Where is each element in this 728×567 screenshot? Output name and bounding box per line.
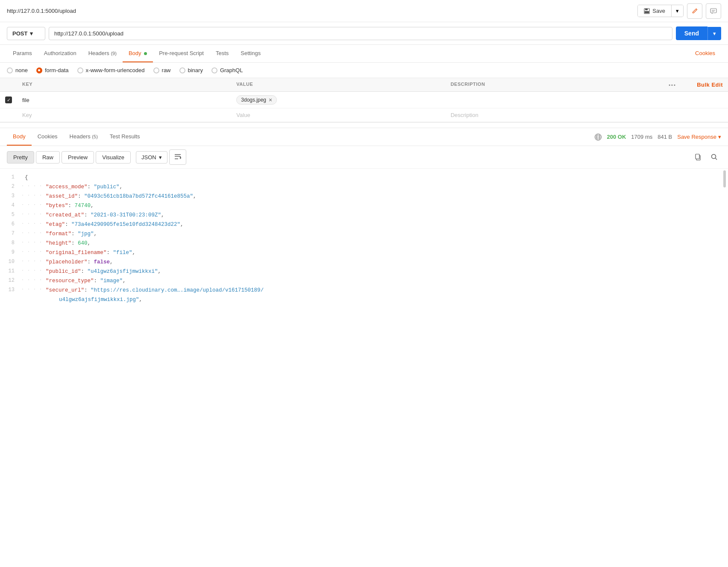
svg-point-16 [712, 155, 716, 159]
empty-table-row: Key Value Description [0, 108, 728, 122]
svg-rect-1 [645, 9, 648, 10]
save-button[interactable]: Save [638, 5, 671, 17]
code-line-9: 9 · · · · "original_filename": "file", [0, 248, 728, 257]
row-checkbox[interactable] [5, 96, 12, 103]
tab-body[interactable]: Body [123, 45, 153, 62]
save-icon [644, 8, 650, 14]
tab-prerequest[interactable]: Pre-request Script [153, 45, 210, 62]
radio-graphql-indicator [211, 67, 217, 73]
send-button-group[interactable]: Send ▾ [676, 26, 721, 40]
response-tab-test-results[interactable]: Test Results [104, 128, 146, 146]
th-more: ••• [660, 78, 685, 91]
search-button[interactable] [707, 150, 721, 164]
view-visualize-button[interactable]: Visualize [96, 151, 131, 164]
globe-icon [594, 133, 602, 141]
row-description [446, 96, 660, 103]
save-response-button[interactable]: Save Response ▾ [677, 134, 721, 140]
th-checkbox [0, 78, 17, 91]
tab-cookies[interactable]: Cookies [689, 45, 721, 62]
row-more [660, 96, 685, 103]
response-size: 841 B [658, 134, 672, 140]
response-tab-cookies[interactable]: Cookies [32, 128, 64, 146]
edit-icon-button[interactable] [687, 3, 702, 19]
code-line-2: 2 · · · · "access_mode": "public", [0, 182, 728, 192]
code-line-5: 5 · · · · "created_at": "2021-03-31T00:2… [0, 210, 728, 220]
code-line-10: 10 · · · · "placeholder": false, [0, 257, 728, 267]
view-preview-button[interactable]: Preview [62, 151, 94, 164]
send-button[interactable]: Send [676, 26, 707, 40]
save-dropdown-button[interactable]: ▾ [671, 5, 683, 17]
copy-button[interactable] [691, 150, 705, 164]
response-status: 200 OK [607, 134, 626, 140]
response-section: Body Cookies Headers (5) Test Results 20… [0, 128, 728, 309]
radio-form-data[interactable]: form-data [36, 67, 69, 73]
radio-urlencoded[interactable]: x-www-form-urlencoded [77, 67, 145, 73]
scrollbar[interactable] [723, 169, 726, 309]
radio-binary[interactable]: binary [179, 67, 203, 73]
response-tab-headers[interactable]: Headers (5) [64, 128, 104, 146]
wrap-button[interactable] [169, 149, 186, 165]
code-line-13b: u4lgwz6ajsfijmwikkxi.jpg", [0, 295, 728, 304]
empty-key-cell[interactable]: Key [17, 108, 231, 122]
view-pretty-button[interactable]: Pretty [7, 151, 34, 164]
svg-rect-3 [710, 9, 716, 13]
tab-authorization[interactable]: Authorization [38, 45, 82, 62]
format-select[interactable]: JSON ▾ [136, 151, 167, 164]
radio-graphql[interactable]: GraphQL [211, 67, 243, 73]
radio-none-indicator [7, 67, 13, 73]
empty-description-cell[interactable]: Description [446, 108, 660, 122]
tab-headers[interactable]: Headers (9) [82, 45, 123, 62]
svg-line-17 [716, 158, 717, 160]
tab-tests[interactable]: Tests [210, 45, 235, 62]
code-line-1: 1 { [0, 173, 728, 182]
file-chip: 3dogs.jpeg × [236, 95, 277, 105]
title-actions: Save ▾ [637, 3, 721, 19]
url-bar: POST ▾ Send ▾ [0, 22, 728, 45]
json-code-area: 1 { 2 · · · · "access_mode": "public", 3… [0, 169, 728, 309]
empty-value-cell[interactable]: Value [231, 108, 445, 122]
request-table: KEY VALUE DESCRIPTION ••• Bulk Edit file… [0, 78, 728, 123]
method-label: POST [12, 30, 27, 37]
wrap-icon [174, 152, 182, 160]
th-description: DESCRIPTION [446, 78, 660, 91]
th-key: KEY [17, 78, 231, 91]
radio-form-data-indicator [36, 67, 42, 73]
code-line-7: 7 · · · · "format": "jpg", [0, 229, 728, 239]
title-bar: http://127.0.0.1:5000/upload Save ▾ [0, 0, 728, 22]
send-dropdown-button[interactable]: ▾ [707, 27, 721, 40]
response-time: 1709 ms [631, 134, 652, 140]
search-icon [711, 154, 718, 161]
toolbar-right [691, 150, 721, 164]
code-line-12: 12 · · · · "resource_type": "image", [0, 276, 728, 286]
comment-icon [710, 8, 717, 15]
response-meta: 200 OK 1709 ms 841 B Save Response ▾ [594, 133, 721, 141]
bulk-edit-button[interactable]: Bulk Edit [685, 78, 728, 91]
response-tab-body[interactable]: Body [7, 128, 32, 146]
radio-raw[interactable]: raw [153, 67, 171, 73]
row-checkbox-cell[interactable] [0, 93, 17, 107]
row-extra [685, 96, 728, 103]
code-line-11: 11 · · · · "public_id": "u4lgwz6ajsfijmw… [0, 267, 728, 276]
radio-raw-indicator [153, 67, 159, 73]
code-line-3: 3 · · · · "asset_id": "0493c561cb18ba7bd… [0, 192, 728, 201]
tab-settings[interactable]: Settings [235, 45, 267, 62]
radio-binary-indicator [179, 67, 185, 73]
edit-icon [691, 8, 698, 15]
url-input[interactable] [49, 27, 672, 40]
response-tabs-row: Body Cookies Headers (5) Test Results 20… [0, 128, 728, 146]
method-select[interactable]: POST ▾ [7, 27, 45, 40]
body-type-row: none form-data x-www-form-urlencoded raw… [0, 63, 728, 78]
empty-row-checkbox [0, 112, 17, 119]
copy-icon [695, 154, 702, 161]
table-row: file 3dogs.jpeg × [0, 92, 728, 108]
view-raw-button[interactable]: Raw [36, 151, 60, 164]
comment-icon-button[interactable] [706, 3, 721, 19]
radio-none[interactable]: none [7, 67, 28, 73]
save-button-group[interactable]: Save ▾ [637, 5, 684, 17]
radio-urlencoded-indicator [77, 67, 83, 73]
code-line-4: 4 · · · · "bytes": 74740, [0, 201, 728, 210]
code-line-8: 8 · · · · "height": 640, [0, 239, 728, 248]
file-chip-remove[interactable]: × [269, 97, 272, 103]
tab-params[interactable]: Params [7, 45, 38, 62]
svg-rect-15 [696, 154, 699, 159]
